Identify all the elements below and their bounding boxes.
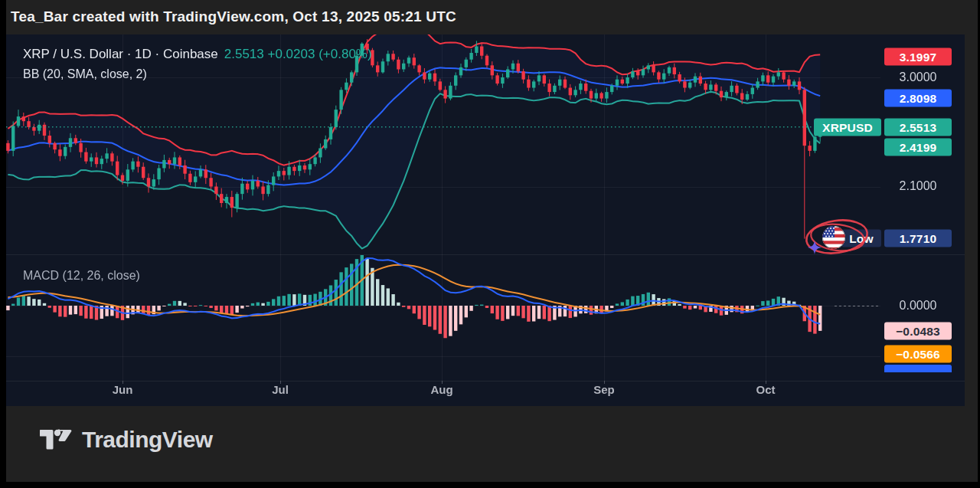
time-axis[interactable]: JunJulAugSepOct (6, 381, 965, 406)
macd-hist-badge: −0.0483 (884, 323, 952, 340)
price-chart-canvas[interactable] (6, 34, 965, 406)
month-label: Sep (593, 383, 615, 396)
month-label: Jun (113, 383, 133, 396)
chart-area[interactable]: XRP / U.S. Dollar · 1D · Coinbase2.5513 … (6, 34, 965, 406)
macd-signal-badge: −0.0566 (884, 346, 952, 363)
month-label: Oct (756, 383, 775, 396)
bb-lower-price-badge: 2.4199 (884, 139, 952, 156)
bb-upper-price-badge: 3.1997 (884, 48, 952, 66)
macd-zero-label: 0.0000 (884, 299, 952, 313)
page-title: Tea_Bar created with TradingView.com, Oc… (11, 8, 456, 25)
price-grid-label-3: 3.0000 (884, 70, 952, 84)
low-tag-badge: Low (841, 230, 881, 247)
symbol-tag-badge: XRPUSD (814, 119, 881, 136)
tradingview-mark-icon (40, 426, 72, 454)
header-bar: Tea_Bar created with TradingView.com, Oc… (6, 0, 978, 34)
month-label: Aug (430, 383, 452, 396)
price-grid-label-21: 2.1000 (884, 179, 952, 193)
tradingview-logo[interactable]: TradingView (40, 426, 213, 454)
low-value-badge: 1.7710 (884, 230, 952, 247)
month-label: Jul (272, 383, 289, 396)
bb-basis-price-badge: 2.8098 (884, 90, 952, 107)
tradingview-wordmark: TradingView (82, 427, 213, 453)
macd-line-badge-clipped (884, 365, 952, 372)
screenshot-root: { "header": { "title": "Tea_Bar created … (0, 0, 980, 488)
last-price-badge: 2.5513 (884, 119, 952, 136)
published-chart-page: Tea_Bar created with TradingView.com, Oc… (6, 0, 978, 482)
